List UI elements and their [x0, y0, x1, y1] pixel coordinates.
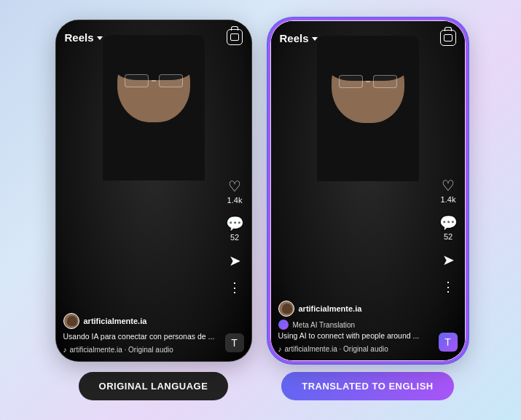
translate-icon: T	[231, 337, 238, 349]
translated-phone-frame: Reels ♡ 1.4k 💬 52 ➤ ⋮	[270, 20, 466, 362]
translate-button[interactable]: T	[225, 333, 244, 352]
share-action[interactable]: ➤	[229, 253, 241, 268]
caption-text: Usando IA para conectar con personas de …	[63, 332, 219, 342]
user-row-right: artificialmente.ia	[278, 301, 433, 317]
comment-action[interactable]: 💬 52	[226, 216, 244, 242]
share-action-right[interactable]: ➤	[442, 253, 455, 267]
translated-english-button[interactable]: TRANSLATED TO ENGLISH	[281, 372, 453, 400]
bottom-info-original: artificialmente.ia Usando IA para conect…	[63, 313, 219, 354]
heart-icon: ♡	[228, 179, 241, 194]
person-head	[117, 42, 190, 122]
username-label-right: artificialmente.ia	[299, 304, 362, 313]
reels-label-right: Reels	[280, 32, 309, 44]
person-face-right	[302, 43, 434, 261]
avatar-right	[278, 301, 294, 317]
glasses-lens-right	[159, 74, 183, 87]
original-language-button[interactable]: ORIGINAL LANGUAGE	[79, 372, 229, 400]
avatar	[63, 313, 79, 329]
user-row: artificialmente.ia	[63, 313, 219, 329]
translate-icon-right: T	[444, 336, 451, 348]
comment-action-right[interactable]: 💬 52	[439, 215, 458, 241]
chevron-down-icon-right	[312, 37, 318, 41]
glasses-lens-left-right	[339, 75, 363, 88]
person-silhouette	[56, 20, 251, 361]
send-icon: ➤	[229, 253, 241, 268]
more-icon: ⋮	[228, 280, 242, 296]
caption-text-right: Using AI to connect with people around .…	[278, 331, 433, 341]
send-icon-right: ➤	[442, 253, 455, 267]
reels-title-right: Reels	[280, 32, 318, 44]
person-glasses	[125, 73, 183, 89]
camera-icon-right[interactable]	[440, 30, 456, 46]
translation-row: Meta AI Translation	[278, 320, 433, 330]
comment-count: 52	[230, 233, 239, 242]
more-action[interactable]: ⋮	[228, 280, 242, 296]
glasses-bridge-right	[366, 81, 370, 82]
comment-count-right: 52	[444, 232, 453, 241]
original-phone-section: Reels ♡ 1.4k 💬 52 ➤ ⋮	[55, 20, 252, 400]
like-count: 1.4k	[227, 196, 243, 205]
person-face	[88, 42, 219, 261]
comment-icon-right: 💬	[439, 215, 458, 230]
translation-tag: Meta AI Translation	[293, 321, 356, 329]
audio-row-right: ♪ artificialmente.ia · Original audio	[278, 345, 433, 353]
top-bar: Reels	[65, 29, 243, 45]
person-head-right	[332, 43, 404, 123]
like-count-right: 1.4k	[441, 195, 456, 204]
camera-icon[interactable]	[227, 29, 243, 45]
top-bar-right: Reels	[280, 30, 456, 46]
like-action[interactable]: ♡ 1.4k	[227, 179, 243, 205]
music-icon-right: ♪	[278, 345, 282, 353]
like-action-right[interactable]: ♡ 1.4k	[441, 178, 456, 204]
more-action-right[interactable]: ⋮	[442, 279, 455, 295]
more-icon-right: ⋮	[442, 279, 455, 295]
audio-text: artificialmente.ia · Original audio	[70, 346, 173, 354]
glasses-bridge	[152, 80, 156, 82]
music-icon: ♪	[63, 346, 67, 354]
side-actions-right: ♡ 1.4k 💬 52 ➤ ⋮	[439, 178, 458, 295]
glasses-lens-right-right	[373, 75, 397, 88]
translated-phone-section: Reels ♡ 1.4k 💬 52 ➤ ⋮	[270, 20, 466, 400]
person-glasses-right	[339, 74, 397, 90]
audio-row: ♪ artificialmente.ia · Original audio	[63, 346, 219, 354]
reels-label: Reels	[65, 31, 94, 44]
translate-button-active[interactable]: T	[439, 333, 458, 352]
meta-ai-icon	[278, 320, 289, 330]
audio-text-right: artificialmente.ia · Original audio	[285, 345, 388, 353]
side-actions: ♡ 1.4k 💬 52 ➤ ⋮	[226, 179, 244, 296]
glasses-lens-left	[125, 74, 149, 87]
main-container: Reels ♡ 1.4k 💬 52 ➤ ⋮	[41, 5, 481, 415]
comment-icon: 💬	[226, 216, 244, 231]
original-phone-frame: Reels ♡ 1.4k 💬 52 ➤ ⋮	[55, 20, 252, 362]
username-label: artificialmente.ia	[84, 317, 147, 325]
bottom-info-translated: artificialmente.ia Meta AI Translation U…	[278, 301, 433, 353]
chevron-down-icon	[97, 36, 103, 40]
heart-icon-right: ♡	[442, 178, 455, 193]
reels-title: Reels	[65, 31, 103, 44]
